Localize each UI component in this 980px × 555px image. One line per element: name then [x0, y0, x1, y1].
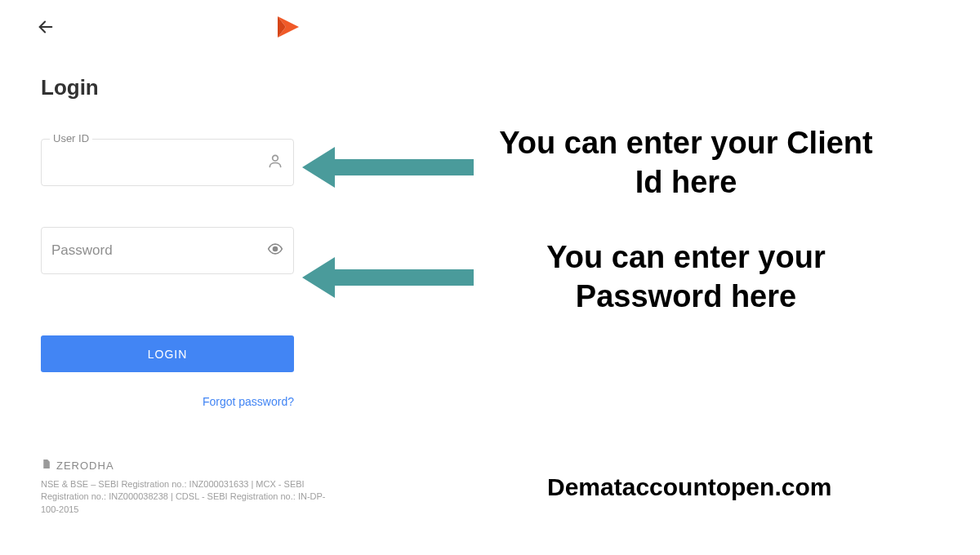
svg-marker-6 — [302, 257, 474, 298]
password-field-wrapper: Password — [41, 227, 294, 274]
brand-doc-icon — [41, 459, 51, 472]
eye-icon[interactable] — [267, 241, 283, 260]
user-id-input[interactable] — [42, 140, 293, 185]
annotation-text-password: You can enter your Password here — [490, 238, 882, 316]
user-id-label: User ID — [50, 132, 92, 144]
back-button[interactable] — [37, 18, 55, 39]
kite-logo-icon — [276, 15, 301, 42]
brand-row: ZERODHA — [41, 459, 327, 472]
user-icon — [267, 153, 283, 172]
forgot-password-link[interactable]: Forgot password? — [41, 395, 294, 408]
site-credit: Demataccountopen.com — [547, 473, 831, 501]
user-id-field-wrapper: User ID — [41, 139, 294, 186]
registration-text: NSE & BSE – SEBI Registration no.: INZ00… — [41, 478, 327, 516]
annotation-text-userid: You can enter your Client Id here — [490, 124, 882, 202]
svg-point-4 — [274, 247, 278, 251]
page-title: Login — [41, 75, 99, 100]
footer: ZERODHA NSE & BSE – SEBI Registration no… — [41, 459, 327, 516]
annotation-arrow-password — [302, 253, 478, 305]
login-button[interactable]: LOGIN — [41, 335, 294, 372]
svg-point-3 — [273, 155, 278, 161]
login-form: User ID Password LOGIN Forgot password? — [41, 139, 294, 408]
annotation-arrow-userid — [302, 143, 478, 195]
password-input[interactable] — [42, 228, 293, 273]
svg-marker-5 — [302, 147, 474, 188]
brand-name: ZERODHA — [56, 460, 114, 472]
